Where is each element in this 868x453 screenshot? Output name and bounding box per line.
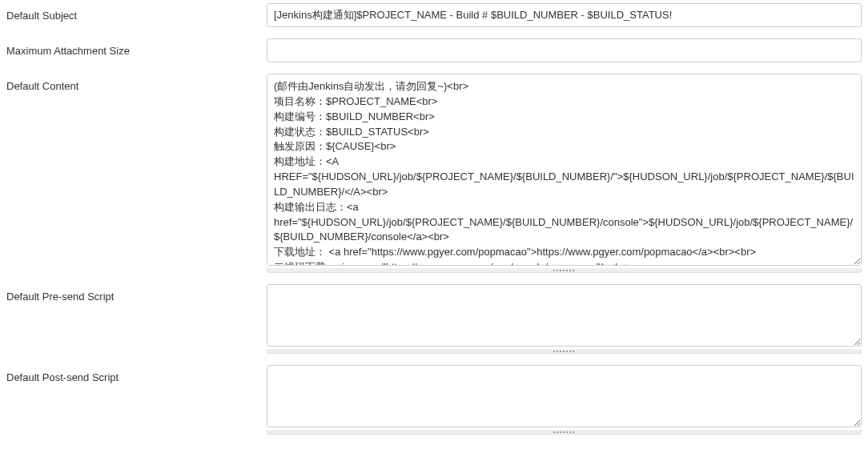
label-pre-send-script: Default Pre-send Script — [6, 284, 267, 303]
label-default-subject: Default Subject — [6, 3, 267, 22]
pre-send-script-textarea[interactable] — [267, 284, 862, 347]
default-subject-input[interactable] — [267, 3, 862, 27]
label-default-content: Default Content — [6, 74, 267, 92]
resize-handle[interactable] — [267, 430, 862, 435]
max-attachment-input[interactable] — [267, 38, 862, 62]
post-send-script-textarea[interactable] — [267, 365, 862, 427]
label-max-attachment: Maximum Attachment Size — [6, 38, 267, 57]
default-content-textarea[interactable] — [267, 74, 862, 266]
resize-handle[interactable] — [267, 268, 862, 273]
label-post-send-script: Default Post-send Script — [6, 365, 267, 383]
resize-handle[interactable] — [267, 349, 862, 354]
